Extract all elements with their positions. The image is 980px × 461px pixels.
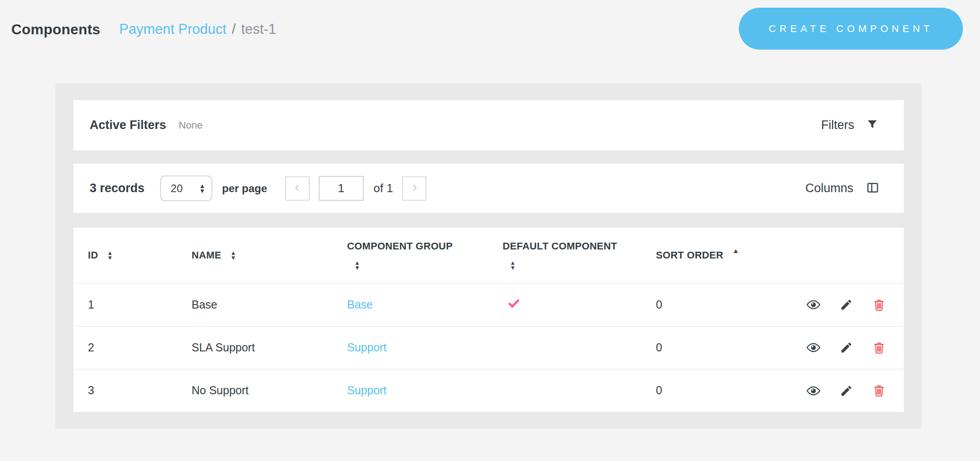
chevron-right-icon: [409, 182, 420, 194]
breadcrumb: Payment Product / test-1: [119, 21, 276, 37]
table-header-row: ID ▲▼ NAME ▲▼ COMPONENT GROUP ▲▼: [73, 228, 904, 283]
pencil-icon: [840, 349, 853, 355]
edit-button[interactable]: [840, 384, 853, 397]
cell-component-group: Base: [334, 283, 489, 326]
pencil-icon: [840, 306, 853, 313]
cell-name: Base: [178, 283, 334, 326]
eye-icon: [806, 306, 820, 313]
cell-name: No Support: [178, 369, 334, 412]
page-title: Components: [11, 21, 101, 38]
per-page-selected-value: 20: [171, 182, 183, 195]
pagination: of 1: [285, 176, 426, 201]
component-group-link[interactable]: Base: [347, 298, 373, 311]
cell-sort-order: 0: [642, 283, 760, 326]
eye-icon: [806, 392, 820, 399]
column-header-actions: [760, 228, 904, 283]
cell-component-group: Support: [334, 326, 489, 369]
view-button[interactable]: [806, 384, 820, 398]
cell-id: 2: [73, 326, 178, 369]
component-group-link[interactable]: Support: [347, 384, 387, 396]
create-component-button[interactable]: CREATE COMPONENT: [739, 8, 963, 50]
columns-icon: [866, 181, 879, 196]
sort-updown-icon: ▲▼: [354, 260, 360, 270]
cell-actions: [760, 283, 904, 326]
next-page-button[interactable]: [402, 176, 426, 201]
page-total-label: of 1: [374, 181, 393, 195]
breadcrumb-current: test-1: [241, 21, 276, 37]
cell-id: 1: [73, 283, 178, 326]
trash-icon: [872, 306, 886, 313]
sort-ascending-icon: ▲: [733, 247, 739, 254]
column-header-default-component[interactable]: DEFAULT COMPONENT ▲▼: [489, 228, 642, 283]
column-header-name[interactable]: NAME ▲▼: [178, 228, 334, 283]
cell-default-component: [489, 369, 642, 412]
trash-icon: [872, 349, 886, 356]
delete-button[interactable]: [872, 298, 886, 312]
pencil-icon: [840, 392, 853, 399]
edit-button[interactable]: [840, 341, 853, 354]
funnel-icon: [866, 118, 879, 133]
content-panel: Active Filters None Filters 3 records 20…: [55, 83, 922, 429]
active-filters-value: None: [179, 120, 203, 131]
breadcrumb-separator: /: [232, 21, 236, 37]
delete-button[interactable]: [872, 341, 886, 355]
sort-updown-icon: ▲▼: [107, 250, 113, 260]
active-filters-label: Active Filters: [90, 118, 166, 132]
columns-button[interactable]: Columns: [805, 181, 879, 196]
chevron-left-icon: [292, 182, 303, 194]
column-header-id[interactable]: ID ▲▼: [73, 228, 178, 283]
table-row: 2 SLA Support Support 0: [73, 326, 904, 369]
filters-toggle-button[interactable]: Filters: [821, 118, 879, 133]
cell-actions: [760, 326, 904, 369]
cell-id: 3: [73, 369, 178, 412]
top-bar: Components Payment Product / test-1 CREA…: [0, 0, 980, 59]
cell-actions: [760, 369, 904, 412]
per-page-select[interactable]: 20 ▲▼: [160, 175, 212, 201]
sort-updown-icon: ▲▼: [510, 260, 516, 270]
column-header-sort-order[interactable]: SORT ORDER▲: [642, 228, 760, 283]
select-caret-icon: ▲▼: [199, 184, 206, 194]
cell-default-component: [489, 283, 642, 326]
cell-component-group: Support: [334, 369, 489, 412]
cell-sort-order: 0: [642, 326, 760, 369]
components-table-card: ID ▲▼ NAME ▲▼ COMPONENT GROUP ▲▼: [73, 228, 904, 412]
cell-default-component: [489, 326, 642, 369]
eye-icon: [806, 349, 820, 356]
table-row: 1 Base Base 0: [73, 283, 904, 326]
records-count-label: 3 records: [90, 181, 145, 195]
columns-button-label: Columns: [805, 181, 853, 195]
per-page-label: per page: [222, 182, 267, 195]
table-toolbar: 3 records 20 ▲▼ per page of 1 Colum: [73, 164, 904, 213]
component-group-link[interactable]: Support: [347, 341, 387, 354]
sort-updown-icon: ▲▼: [230, 250, 236, 260]
breadcrumb-link-payment-product[interactable]: Payment Product: [119, 21, 227, 37]
components-table: ID ▲▼ NAME ▲▼ COMPONENT GROUP ▲▼: [73, 228, 904, 412]
filters-toggle-label: Filters: [821, 118, 855, 132]
page-number-input[interactable]: [319, 176, 364, 201]
check-icon: [507, 297, 521, 313]
table-row: 3 No Support Support 0: [73, 369, 904, 412]
active-filters-bar: Active Filters None Filters: [73, 100, 904, 150]
previous-page-button[interactable]: [285, 176, 310, 201]
delete-button[interactable]: [872, 384, 886, 397]
view-button[interactable]: [806, 298, 820, 312]
trash-icon: [872, 392, 886, 399]
edit-button[interactable]: [840, 298, 853, 311]
cell-sort-order: 0: [642, 369, 760, 412]
column-header-component-group[interactable]: COMPONENT GROUP ▲▼: [334, 228, 489, 283]
view-button[interactable]: [806, 341, 820, 355]
cell-name: SLA Support: [178, 326, 334, 369]
